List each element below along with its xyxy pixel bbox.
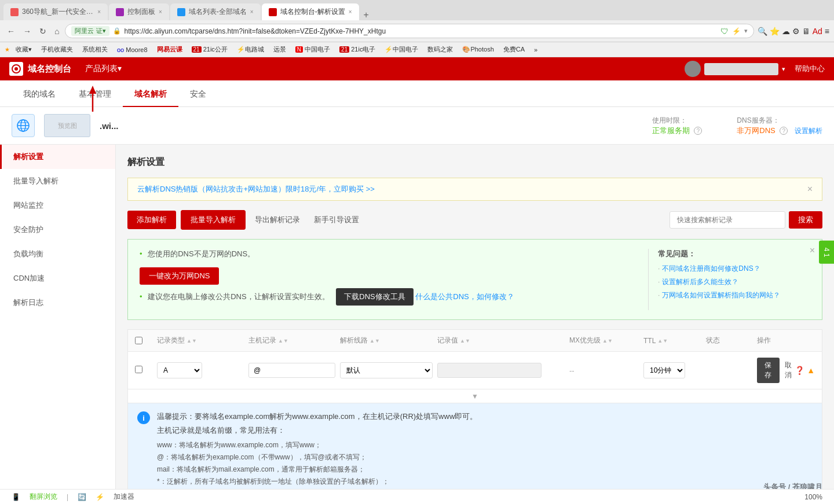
tab-2[interactable]: 控制面板 ×	[109, 3, 169, 20]
dns-warning-left: 您使用的DNS不是万网的DNS。 一键改为万网DNS 建议您在电脑上修改公共DN…	[140, 249, 637, 310]
ad-icon[interactable]: Ad	[813, 27, 822, 36]
sort-type-icon: ▲▼	[186, 338, 197, 344]
browser-action-icons: 🔍 ⭐ ☁ ⚙ 🖥 Ad ≡	[758, 27, 829, 36]
bookmark-shuma[interactable]: 数码之家	[424, 44, 456, 55]
select-all-checkbox[interactable]	[135, 337, 142, 344]
float-feedback-button[interactable]: 4 1	[819, 240, 834, 264]
bookmark-system[interactable]: 系统相关	[79, 44, 111, 55]
resolve-line-select[interactable]: 默认 联通 电信 移动	[340, 362, 433, 378]
record-help-icon-button[interactable]: ❓	[795, 366, 804, 375]
dns-warning-close-button[interactable]: ×	[810, 245, 815, 256]
bookmark-21ic-e[interactable]: 21 21ic电子	[336, 44, 379, 55]
app-header-right: ▾ 帮助中心	[685, 61, 825, 77]
dns-records-table: 记录类型 ▲▼ 主机记录 ▲▼ 解析线路 ▲▼ 记录值 ▲▼	[127, 329, 822, 498]
bookmark-more[interactable]: »	[531, 45, 541, 54]
address-bar[interactable]: 阿里云 证▾ 🔒 https://dc.aliyun.com/tcparse/d…	[65, 24, 753, 38]
bookmark-collections[interactable]: 收藏▾	[12, 44, 35, 55]
bookmark-21ic-open[interactable]: 21 21ic公开	[188, 44, 231, 55]
screen-browser-text[interactable]: 翻屏浏览	[30, 492, 57, 502]
cancel-record-button[interactable]: 取消	[784, 360, 793, 380]
star-icon[interactable]: ⭐	[770, 27, 780, 36]
record-value-input[interactable]	[437, 363, 542, 378]
add-record-button[interactable]: 添加解析	[127, 211, 176, 229]
home-button[interactable]: ⌂	[52, 25, 61, 37]
new-tab-button[interactable]: +	[360, 10, 372, 20]
monitor-icon[interactable]: 🖥	[802, 27, 810, 36]
tab-4-label: 域名控制台-解析设置	[280, 7, 345, 17]
convert-dns-button[interactable]: 一键改为万网DNS	[140, 267, 219, 285]
public-dns-link[interactable]: 什么是公共DNS，如何修改？	[415, 292, 514, 302]
tab-3-close[interactable]: ×	[250, 9, 254, 15]
th-action: 操作	[757, 336, 815, 345]
dns-info-icon[interactable]: ?	[780, 127, 788, 135]
export-button[interactable]: 导出解析记录	[250, 211, 305, 229]
refresh-button[interactable]: ↻	[37, 25, 49, 37]
sidebar-item-cdn[interactable]: CDN加速	[0, 266, 115, 290]
row-value	[437, 363, 565, 378]
back-button[interactable]: ←	[5, 25, 17, 37]
nav-products[interactable]: 产品列表▾	[83, 64, 124, 74]
refresh-icon-bottom[interactable]: 🔄	[78, 493, 86, 501]
tab-3[interactable]: 域名列表-全部域名 ×	[170, 3, 261, 20]
bookmark-freeca[interactable]: 免费CA	[500, 44, 528, 55]
record-type-select[interactable]: A CNAME MX TXT NS AAAA	[157, 362, 202, 378]
row-select-checkbox[interactable]	[135, 366, 142, 373]
search-button[interactable]: 搜索	[789, 211, 822, 229]
dns-setup-link[interactable]: 设置解析	[795, 127, 822, 135]
forward-button[interactable]: →	[21, 25, 34, 37]
bookmark-moore8[interactable]: ooMoore8	[114, 45, 151, 54]
tab-4[interactable]: 域名控制台-解析设置 ×	[262, 3, 359, 20]
bookmark-circuit[interactable]: ⚡电路城	[233, 44, 268, 55]
bookmark-cne1[interactable]: N 中国电子	[292, 44, 334, 55]
tab-1[interactable]: 360导航_新一代安全上网导航 ×	[3, 3, 108, 20]
sidebar-item-dns-settings[interactable]: 解析设置	[0, 145, 115, 169]
faq-item-1[interactable]: 不同域名注册商如何修改DNS？	[658, 264, 810, 274]
expire-info-icon[interactable]: ?	[694, 127, 702, 135]
sidebar-item-security[interactable]: 安全防护	[0, 218, 115, 242]
subnav-security[interactable]: 安全	[178, 80, 218, 107]
expand-icon: ▼	[471, 392, 478, 400]
more-icon[interactable]: ≡	[825, 27, 829, 36]
host-record-input[interactable]	[248, 363, 335, 378]
bookmark-photosh[interactable]: 🎨Photosh	[459, 45, 497, 54]
tab-2-icon	[116, 8, 124, 16]
guide-button[interactable]: 新手引导设置	[309, 211, 364, 229]
cloud-icon[interactable]: ☁	[782, 27, 790, 36]
sidebar-item-load-balance[interactable]: 负载均衡	[0, 242, 115, 266]
app-logo: 域名控制台	[9, 62, 71, 76]
settings-icon[interactable]: ⚙	[792, 27, 800, 36]
dropdown-arrow: ▾	[782, 65, 785, 73]
accelerator-text[interactable]: 加速器	[114, 492, 134, 502]
sidebar-item-dns-log[interactable]: 解析日志	[0, 290, 115, 315]
bookmark-mobile[interactable]: 手机收藏夹	[38, 44, 76, 55]
ttl-select[interactable]: 10分钟 20分钟 30分钟 1小时	[643, 362, 685, 378]
faq-item-2[interactable]: 设置解析后多久能生效？	[658, 277, 810, 287]
batch-import-button[interactable]: 批量导入解析	[181, 210, 246, 230]
screen-icon[interactable]: 📱	[12, 493, 20, 501]
save-record-button[interactable]: 保存	[757, 358, 780, 383]
sidebar-item-site-monitor[interactable]: 网站监控	[0, 193, 115, 218]
faq-item-3[interactable]: 万网域名如何设置解析指向我的网站？	[658, 290, 810, 300]
bookmark-wangyi[interactable]: 网易云课	[153, 44, 186, 55]
tab-4-close[interactable]: ×	[349, 9, 352, 15]
zoom-icon[interactable]: 🔍	[758, 27, 767, 36]
subnav-my-domain[interactable]: 我的域名	[12, 80, 67, 107]
sidebar-item-batch-import[interactable]: 批量导入解析	[0, 169, 115, 193]
logo-text: 域名控制台	[28, 64, 71, 75]
bottom-bar-right: 100%	[804, 493, 822, 501]
bottom-bar: 📱 翻屏浏览 | 🔄 ⚡ 加速器 100%	[0, 489, 834, 504]
accelerator-icon[interactable]: ⚡	[96, 493, 104, 501]
sidebar: 解析设置 批量导入解析 网站监控 安全防护 负载均衡 CDN加速 解析日志	[0, 145, 116, 504]
bookmark-cne2[interactable]: ⚡中国电子	[381, 44, 422, 55]
tab-2-close[interactable]: ×	[159, 9, 162, 15]
info-icon: i	[137, 411, 150, 424]
banner-close-button[interactable]: ×	[807, 184, 813, 194]
help-center-link[interactable]: 帮助中心	[795, 64, 825, 74]
tab-1-close[interactable]: ×	[97, 9, 101, 15]
search-input[interactable]	[670, 211, 785, 229]
download-dns-tool-button[interactable]: 下载DNS修改工具	[336, 288, 413, 306]
bookmark-yuanjing[interactable]: 远景	[270, 44, 290, 55]
banner-link[interactable]: 云解析DNS热销版（网站抗攻击+网站加速）限时18元/年，立即购买 >>	[137, 185, 375, 193]
bookmarks-bar: ★ 收藏▾ 手机收藏夹 系统相关 ooMoore8 网易云课 21 21ic公开…	[0, 42, 834, 57]
subnav-dns[interactable]: 域名解析	[123, 80, 178, 107]
